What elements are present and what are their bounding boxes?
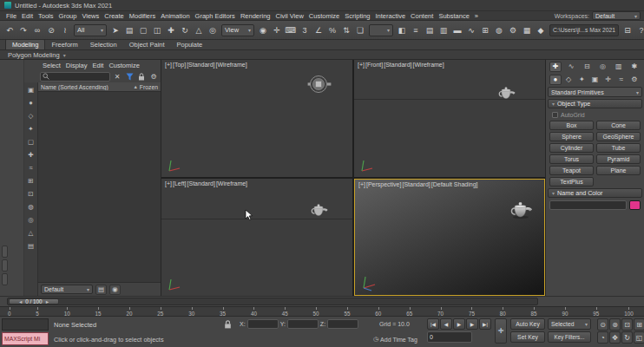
frame-tick-40[interactable]: 40 [251,307,257,316]
menu-civil-view[interactable]: Civil View [273,12,306,20]
frame-tick-5[interactable]: 5 [36,307,39,316]
zoom-extents-all-icon[interactable]: ⊞ [634,318,644,331]
cameras-category-icon[interactable]: ▣ [588,75,601,85]
menu-modifiers[interactable]: Modifiers [127,12,158,20]
frame-tick-80[interactable]: 80 [500,307,506,316]
create-button-torus[interactable]: Torus [549,154,594,164]
menu-edit[interactable]: Edit [19,12,36,20]
column-frozen-header[interactable]: Frozen [140,84,158,90]
frame-tick-15[interactable]: 15 [95,307,102,316]
current-frame-field[interactable] [427,331,472,343]
explorer-layer-dropdown[interactable]: Default ▾ [41,285,93,294]
menu-views[interactable]: Views [79,12,102,20]
create-button-pyramid[interactable]: Pyramid [596,154,641,164]
selection-region-icon[interactable]: ▢ [136,23,150,37]
menu-scripting[interactable]: Scripting [342,12,372,20]
select-object-icon[interactable]: ➤ [108,23,122,37]
viewport-perspective-active[interactable]: [+][Perspective][Standard][Default Shadi… [354,179,545,296]
frame-tick-30[interactable]: 30 [188,307,194,316]
selection-lock-icon[interactable] [224,320,232,331]
workspaces-dropdown[interactable]: Default ▾ [592,11,641,20]
named-selection-dropdown[interactable]: ▾ [369,24,393,36]
autogrid-checkbox[interactable] [552,112,558,118]
reference-coordinate-dropdown[interactable]: View ▾ [221,24,254,36]
use-pivot-center-icon[interactable]: ◉ [256,23,270,37]
render-production-icon[interactable]: ◆ [534,23,548,37]
frame-tick-35[interactable]: 35 [220,307,226,316]
play-button[interactable]: ▶ [453,318,465,330]
viewport-layout-tab-c[interactable] [2,273,8,285]
spinner-snap-icon[interactable]: ⇅ [339,23,353,37]
menu-file[interactable]: File [3,12,19,20]
filter-funnel-icon[interactable] [124,71,135,82]
x-coordinate-field[interactable] [247,319,279,329]
viewport-left-shading-menu[interactable]: [Wireframe] [216,180,247,187]
frame-tick-10[interactable]: 10 [64,307,70,316]
frame-tick-75[interactable]: 75 [469,307,475,316]
align-icon[interactable]: ≡ [409,23,423,37]
systems-category-icon[interactable]: ⚙ [628,75,641,85]
add-time-tag[interactable]: ◷ Add Time Tag [373,336,417,343]
y-coordinate-field[interactable] [287,319,319,329]
unlink-selection-icon[interactable]: ⊘ [44,23,58,37]
viewport-top[interactable]: [+][Top][Standard][Wireframe] [161,60,352,177]
viewport-left-pov-menu[interactable]: [Left] [173,180,187,187]
toggle-space-warps-icon[interactable]: ≈ [26,162,36,173]
geometry-category-icon[interactable]: ● [549,75,562,85]
toggle-groups-icon[interactable]: ⊞ [26,175,36,186]
key-filters-button[interactable]: Key Filters... [548,331,591,343]
next-frame-button[interactable]: ▶ [466,318,478,330]
toggle-xrefs-icon[interactable]: ⊡ [26,188,36,199]
frame-tick-25[interactable]: 25 [157,307,163,316]
select-and-rotate-icon[interactable]: ↻ [178,23,192,37]
viewport-top-shading-menu[interactable]: [Wireframe] [215,62,246,68]
teapot-object-left-view[interactable] [309,203,332,217]
explorer-settings-icon[interactable]: ▤ [95,285,107,295]
toggle-containers-icon[interactable]: ◎ [26,214,36,225]
column-name-header[interactable]: Name (Sorted Ascending) [41,84,131,90]
teapot-object-perspective-view[interactable] [508,200,537,219]
project-folder-field[interactable]: C:\Users\jl...s Max 2021 [549,24,619,36]
viewport-top-general-menu[interactable]: [+] [165,62,172,68]
explorer-menu-display[interactable]: Display [63,62,90,69]
toggle-frozen-icon[interactable]: ▤ [26,240,36,251]
clear-search-icon[interactable]: ✕ [112,71,122,82]
percent-snap-icon[interactable]: % [325,23,339,37]
frame-tick-100[interactable]: 100 [624,307,634,316]
frame-tick-50[interactable]: 50 [313,307,319,316]
menu-animation[interactable]: Animation [158,12,192,20]
toggle-scene-explorer-icon[interactable]: ▤ [423,23,437,37]
frame-tick-70[interactable]: 70 [437,307,444,316]
frame-tick-65[interactable]: 65 [406,307,412,316]
selection-filter-dropdown[interactable]: All ▾ [74,24,107,36]
menu-substance[interactable]: Substance [436,12,471,20]
set-key-button[interactable]: Set Key [510,331,545,343]
keyboard-override-icon[interactable]: ⌨ [284,23,298,37]
toggle-ribbon-icon[interactable]: ▬ [450,23,464,37]
explorer-search-box[interactable] [40,72,110,82]
viewport-top-standard-menu[interactable]: [Standard] [187,62,214,68]
viewport-front-general-menu[interactable]: [+] [358,62,365,68]
menu-group[interactable]: Group [56,12,80,20]
time-slider-track[interactable]: ◄ 0 / 100 ► [7,298,538,305]
pan-icon[interactable]: ✥ [609,331,621,344]
select-and-manipulate-icon[interactable]: ✛ [270,23,284,37]
selection-set-dropdown[interactable]: Selected ▾ [548,318,591,330]
ribbon-tab-populate[interactable]: Populate [171,40,209,49]
frame-tick-45[interactable]: 45 [282,307,288,316]
maximize-viewport-icon[interactable]: ◱ [634,331,644,344]
frame-tick-0[interactable]: 0 [8,307,11,316]
zoom-icon[interactable]: ⊙ [597,318,608,331]
frame-tick-20[interactable]: 20 [126,307,132,316]
create-button-cone[interactable]: Cone [596,121,641,130]
toggle-layer-explorer-icon[interactable]: ▥ [437,23,450,37]
next-frame-arrow-icon[interactable]: ► [45,299,49,304]
display-tab-icon[interactable]: ▥ [613,62,625,72]
previous-frame-button[interactable]: ◀ [440,318,452,330]
ribbon-tab-modeling[interactable]: Modeling [5,39,45,49]
teapot-object-top-view[interactable] [307,74,332,95]
create-button-box[interactable]: Box [549,121,594,130]
auto-key-button[interactable]: Auto Key [510,318,545,330]
menu-interactive[interactable]: Interactive [372,12,408,20]
toggle-bones-icon[interactable]: △ [26,227,36,238]
